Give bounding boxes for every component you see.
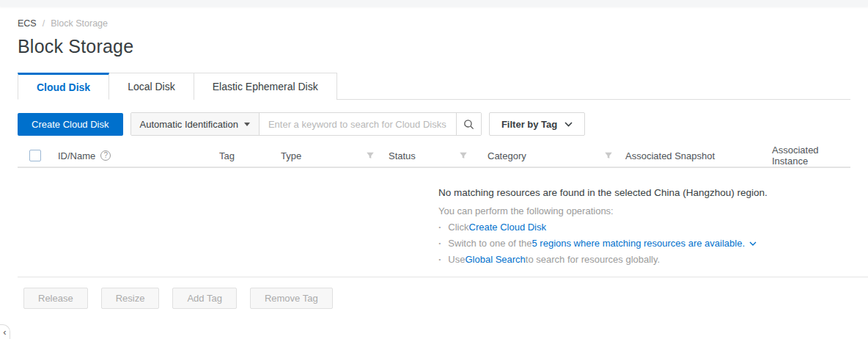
bullet-icon: ·	[438, 238, 441, 249]
search-mode-dropdown[interactable]: Automatic Identification	[131, 113, 260, 135]
empty-state-operations: · Click Create Cloud Disk · Switch to on…	[438, 222, 850, 265]
filter-funnel-icon[interactable]	[604, 151, 613, 160]
column-label: Associated Snapshot	[625, 150, 715, 161]
filter-by-tag-button[interactable]: Filter by Tag	[489, 112, 585, 136]
chevron-down-icon	[564, 122, 573, 127]
sidebar-collapse-handle[interactable]: ‹	[0, 324, 10, 339]
block-storage-page: ECS / Block Storage Block Storage Cloud …	[0, 18, 868, 265]
filter-funnel-icon[interactable]	[366, 151, 375, 160]
top-strip	[0, 0, 868, 7]
empty-state: No matching resources are found in the s…	[438, 187, 850, 265]
tab-bar: Cloud Disk Local Disk Elastic Ephemeral …	[18, 73, 850, 100]
select-all-checkbox[interactable]	[29, 150, 41, 161]
caret-down-icon	[244, 123, 250, 126]
page-title: Block Storage	[18, 36, 850, 57]
tab-elastic-ephemeral-disk[interactable]: Elastic Ephemeral Disk	[194, 73, 337, 100]
column-associated-instance: Associated Instance	[767, 145, 850, 167]
operation-suffix: to search for resources globally.	[526, 254, 660, 265]
column-status: Status	[383, 150, 477, 161]
resize-button[interactable]: Resize	[101, 288, 160, 309]
toolbar: Create Cloud Disk Automatic Identificati…	[18, 112, 850, 136]
bullet-icon: ·	[438, 254, 441, 265]
search-icon	[463, 119, 474, 130]
filter-funnel-icon[interactable]	[459, 151, 468, 160]
operation-prefix: Click	[448, 222, 468, 233]
footer-actions: Release Resize Add Tag Remove Tag	[0, 277, 868, 309]
tab-label: Cloud Disk	[37, 81, 90, 93]
add-tag-button[interactable]: Add Tag	[172, 288, 236, 309]
column-category: Category	[477, 150, 620, 161]
chevron-down-icon[interactable]	[749, 241, 757, 246]
global-search-link[interactable]: Global Search	[465, 254, 525, 265]
bullet-icon: ·	[438, 222, 441, 233]
search-input[interactable]	[260, 113, 456, 135]
tab-label: Elastic Ephemeral Disk	[213, 81, 318, 92]
column-id-name: ID/Name ?	[53, 150, 214, 161]
search-mode-label: Automatic Identification	[140, 119, 238, 130]
empty-state-subtitle: You can perform the following operations…	[438, 205, 850, 216]
column-label: Type	[281, 150, 301, 161]
filter-by-tag-label: Filter by Tag	[501, 119, 557, 130]
breadcrumb-ecs[interactable]: ECS	[18, 18, 37, 29]
column-label: Associated Instance	[772, 145, 850, 167]
column-label: ID/Name	[58, 150, 95, 161]
switch-regions-link[interactable]: 5 regions where matching resources are a…	[532, 238, 746, 249]
operation-prefix: Use	[448, 254, 465, 265]
column-label: Status	[389, 150, 416, 161]
tab-cloud-disk[interactable]: Cloud Disk	[18, 73, 109, 100]
column-type: Type	[276, 150, 383, 161]
operation-item: · Switch to one of the 5 regions where m…	[438, 238, 850, 249]
release-button[interactable]: Release	[23, 288, 88, 309]
search-group: Automatic Identification	[130, 112, 482, 136]
column-label: Tag	[219, 150, 235, 161]
column-tag: Tag	[214, 150, 276, 161]
operation-item: · Click Create Cloud Disk	[438, 222, 850, 233]
tab-label: Local Disk	[128, 81, 175, 92]
column-label: Category	[488, 150, 526, 161]
select-all-cell	[18, 150, 53, 161]
operation-prefix: Switch to one of the	[448, 238, 532, 249]
empty-state-title: No matching resources are found in the s…	[438, 187, 850, 198]
create-cloud-disk-link[interactable]: Create Cloud Disk	[469, 222, 547, 233]
tab-local-disk[interactable]: Local Disk	[108, 73, 194, 100]
breadcrumb-current: Block Storage	[51, 18, 108, 29]
create-cloud-disk-button[interactable]: Create Cloud Disk	[18, 113, 123, 136]
operation-item: · Use Global Search to search for resour…	[438, 254, 850, 265]
search-button[interactable]	[456, 113, 481, 135]
breadcrumb: ECS / Block Storage	[18, 18, 850, 29]
help-icon[interactable]: ?	[100, 150, 111, 161]
column-associated-snapshot: Associated Snapshot	[620, 150, 767, 161]
breadcrumb-separator: /	[43, 18, 45, 29]
table-header: ID/Name ? Tag Type Status Category Assoc…	[18, 145, 850, 168]
remove-tag-button[interactable]: Remove Tag	[250, 288, 333, 309]
